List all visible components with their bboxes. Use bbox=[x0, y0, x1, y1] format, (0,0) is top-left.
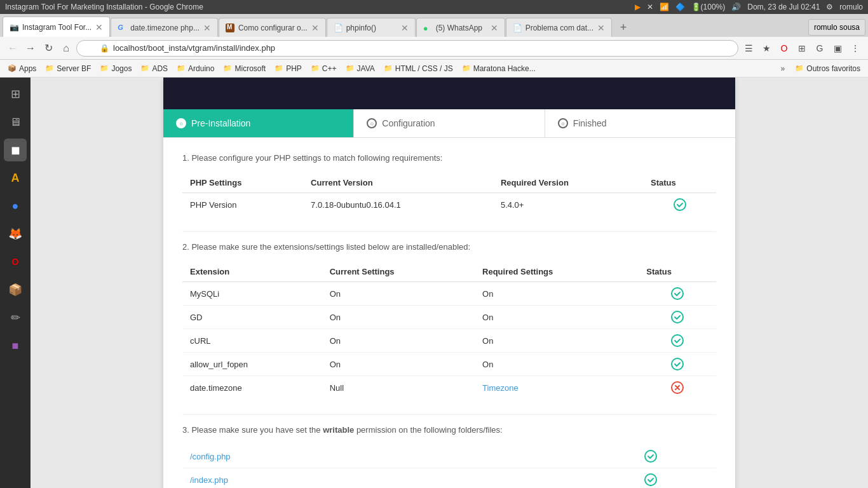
profile-area[interactable]: romulo sousa bbox=[808, 19, 865, 36]
bookmark-java[interactable]: 📁 JAVA bbox=[342, 63, 379, 74]
tab-label-6: Problema com dat... bbox=[526, 24, 593, 32]
forward-button[interactable]: → bbox=[23, 41, 38, 56]
extension-btn1[interactable]: G bbox=[812, 41, 827, 56]
wifi-icon: 📶 bbox=[660, 3, 669, 11]
install-header bbox=[163, 78, 735, 109]
sidebar-opera[interactable]: O bbox=[4, 250, 27, 273]
bookmark-icon-jogos: 📁 bbox=[100, 64, 109, 72]
col-current-version: Current Version bbox=[303, 173, 493, 193]
index-php-path: /index.php bbox=[182, 468, 443, 489]
divider-1 bbox=[182, 231, 716, 232]
tab-whatsapp[interactable]: ● (5) WhatsApp ✕ bbox=[416, 18, 505, 37]
step-preinstallation[interactable]: ○ Pre-Installation bbox=[163, 109, 354, 137]
status-ok-index-php bbox=[593, 473, 709, 486]
new-tab-button[interactable]: + bbox=[615, 19, 632, 36]
bookmark-server-bf[interactable]: 📁 Server BF bbox=[41, 63, 95, 74]
config-php-status bbox=[585, 445, 716, 468]
status-ok-allow-url bbox=[646, 358, 709, 370]
window-title: Instagram Tool For Marketing Installatio… bbox=[5, 3, 203, 11]
allow-url-current: On bbox=[322, 353, 475, 376]
mysqli-setting: MySQLi bbox=[182, 282, 322, 306]
bookmark-label-cpp: C++ bbox=[322, 64, 337, 73]
sidebar-chrome[interactable]: ● bbox=[4, 194, 27, 217]
bookmark-cpp[interactable]: 📁 C++ bbox=[307, 63, 341, 74]
bookmark-php[interactable]: 📁 PHP bbox=[271, 63, 306, 74]
bookmark-star-button[interactable]: ★ bbox=[759, 41, 774, 56]
date-timezone-setting: date.timezone bbox=[182, 376, 322, 400]
bookmark-jogos[interactable]: 📁 Jogos bbox=[96, 63, 135, 74]
tab-close-4[interactable]: ✕ bbox=[401, 23, 409, 33]
tab-como-configurar[interactable]: M Como configurar o... ✕ bbox=[219, 18, 326, 37]
bookmark-icon-server-bf: 📁 bbox=[45, 64, 54, 72]
step-label-1: Pre-Installation bbox=[191, 118, 250, 128]
bookmark-microsoft[interactable]: 📁 Microsoft bbox=[219, 63, 269, 74]
sidebar: ⊞ 🖥 ◼ A ● 🦊 O 📦 ✏ ■ bbox=[0, 78, 31, 488]
address-text[interactable]: localhost/boot_insta/vtgram/install/inde… bbox=[113, 43, 731, 53]
bookmark-icon-maratona: 📁 bbox=[462, 64, 471, 72]
bookmark-ads[interactable]: 📁 ADS bbox=[137, 63, 172, 74]
bookmark-html-css-js[interactable]: 📁 HTML / CSS / JS bbox=[380, 63, 457, 74]
tab-close-5[interactable]: ✕ bbox=[491, 23, 498, 33]
bookmark-icon-php: 📁 bbox=[275, 64, 283, 72]
tab-close-3[interactable]: ✕ bbox=[311, 23, 319, 33]
menu-button[interactable]: ⋮ bbox=[848, 41, 863, 56]
sidebar-edit[interactable]: ✏ bbox=[4, 306, 27, 329]
bookmark-label-server-bf: Server BF bbox=[57, 64, 91, 73]
tab-problema[interactable]: 📄 Problema com dat... ✕ bbox=[506, 18, 612, 37]
status-ok-config-php bbox=[593, 450, 709, 463]
step-circle-1: ○ bbox=[176, 118, 186, 128]
tab-close-1[interactable]: ✕ bbox=[95, 22, 103, 32]
refresh-button[interactable]: ↻ bbox=[41, 41, 56, 56]
bluetooth-icon: 🔷 bbox=[675, 3, 685, 11]
status-ok-gd bbox=[646, 311, 709, 323]
section1-title: 1. Please configure your PHP settings to… bbox=[182, 153, 716, 163]
tab-close-2[interactable]: ✕ bbox=[203, 23, 211, 33]
sidebar-purple[interactable]: ■ bbox=[4, 334, 27, 357]
sidebar-monitor[interactable]: 🖥 bbox=[4, 111, 27, 133]
curl-current: On bbox=[322, 329, 475, 353]
col-required-settings: Required Settings bbox=[475, 262, 639, 282]
step-configuration[interactable]: ○ Configuration bbox=[354, 109, 545, 137]
bookmark-apps[interactable]: 📦 Apps bbox=[4, 63, 40, 74]
install-container: ○ Pre-Installation ○ Configuration ○ Fin… bbox=[163, 78, 735, 488]
opera-icon-button[interactable]: O bbox=[776, 41, 792, 56]
sidebar-box[interactable]: 📦 bbox=[4, 278, 27, 301]
bookmark-maratona[interactable]: 📁 Maratona Hacke... bbox=[458, 63, 539, 74]
index-php-col3 bbox=[514, 468, 585, 489]
bookmarks-more-button[interactable]: » bbox=[777, 63, 789, 74]
step-finished[interactable]: ○ Finished bbox=[545, 109, 735, 137]
curl-required: On bbox=[475, 329, 639, 353]
reader-mode-button[interactable]: ☰ bbox=[741, 41, 756, 56]
svg-point-4 bbox=[672, 358, 683, 370]
step-circle-3: ○ bbox=[558, 118, 568, 128]
bookmark-icon-java: 📁 bbox=[346, 64, 355, 72]
section2-title: 2. Please make sure the extensions/setti… bbox=[182, 242, 716, 252]
vlc-icon: ▶ bbox=[635, 3, 641, 11]
col-status-2: Status bbox=[639, 262, 716, 282]
address-lock-icon: 🔒 bbox=[100, 44, 109, 53]
curl-status bbox=[639, 329, 716, 353]
sidebar-firefox[interactable]: 🦊 bbox=[4, 222, 27, 245]
tab-close-6[interactable]: ✕ bbox=[597, 23, 605, 33]
back-button[interactable]: ← bbox=[5, 41, 20, 56]
allow-url-setting: allow_url_fopen bbox=[182, 353, 322, 376]
section1-table: PHP Settings Current Version Required Ve… bbox=[182, 173, 716, 216]
bookmark-label-php: PHP bbox=[286, 64, 302, 73]
sidebar-active-btn[interactable]: ◼ bbox=[4, 139, 27, 161]
tab-instagram-tool[interactable]: 📷 Instagram Tool For... ✕ bbox=[3, 17, 110, 37]
bookmark-icon-outros: 📁 bbox=[795, 64, 804, 72]
tab-date-timezone[interactable]: G date.timezone php... ✕ bbox=[111, 18, 218, 37]
svg-point-1 bbox=[672, 288, 683, 299]
extension-btn2[interactable]: ▣ bbox=[830, 41, 845, 56]
tab-phpinfo[interactable]: 📄 phpinfo() ✕ bbox=[327, 18, 416, 37]
sidebar-apps-grid[interactable]: ⊞ bbox=[4, 83, 27, 105]
svg-point-6 bbox=[645, 451, 656, 462]
content-area: ○ Pre-Installation ○ Configuration ○ Fin… bbox=[31, 78, 868, 488]
home-button[interactable]: ⌂ bbox=[58, 41, 74, 56]
bookmark-arduino[interactable]: 📁 Arduino bbox=[173, 63, 218, 74]
tab-favicon-6: 📄 bbox=[513, 24, 522, 32]
php-version-status bbox=[643, 193, 716, 217]
sidebar-letter-a[interactable]: A bbox=[4, 166, 27, 189]
grid-button[interactable]: ⊞ bbox=[794, 41, 810, 56]
bookmark-outros[interactable]: 📁 Outros favoritos bbox=[791, 63, 864, 74]
